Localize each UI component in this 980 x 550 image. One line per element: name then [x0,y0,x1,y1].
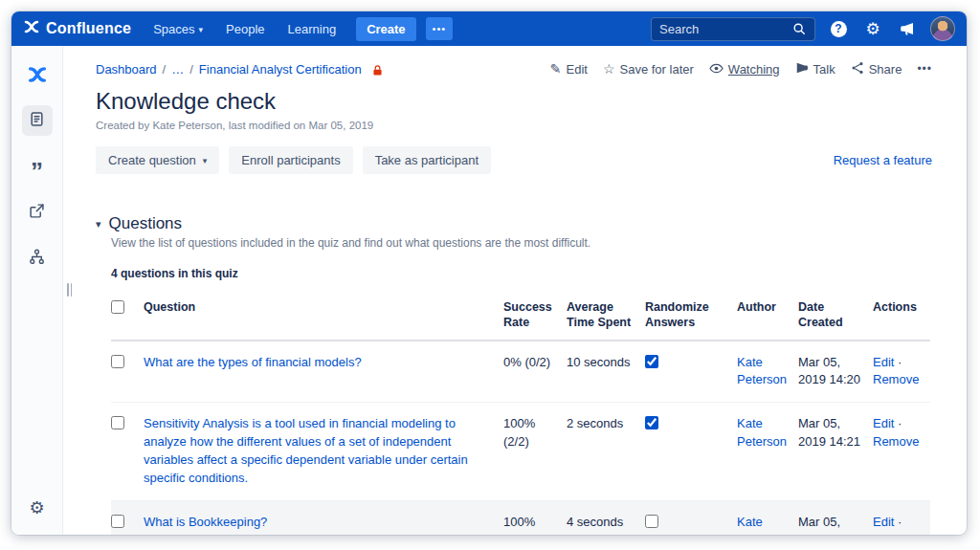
remove-link[interactable]: Remove [873,532,919,535]
remove-link[interactable]: Remove [873,434,919,449]
col-header-question: Question [144,292,503,341]
remove-link[interactable]: Remove [873,372,919,386]
star-icon: ☆ [603,62,615,76]
edit-link[interactable]: Edit [873,416,894,430]
search-icon[interactable] [791,21,807,36]
share-icon [851,61,864,77]
avg-time: 10 seconds [567,341,645,403]
col-header-author: Author [737,292,798,341]
talk-megaphone-icon [795,61,809,77]
search-input[interactable] [659,22,791,36]
actions-separator: · [898,416,902,430]
request-feature-link[interactable]: Request a feature [834,153,932,167]
author-link[interactable]: Kate Peterson [737,515,787,535]
section-description: View the list of questions included in t… [96,236,932,250]
date-created: Mar 05, 2019 14:20 [798,341,873,403]
take-as-participant-button[interactable]: Take as participant [363,146,491,174]
avg-time: 4 seconds [567,500,645,535]
sidebar-item-export[interactable] [22,197,53,228]
nav-learning[interactable]: Learning [279,17,345,41]
breadcrumb-dashboard[interactable]: Dashboard [96,62,157,77]
announcement-megaphone-icon[interactable] [896,17,919,40]
author-link[interactable]: Kate Peterson [737,416,787,449]
pencil-icon: ✎ [550,62,562,76]
date-created: Mar 05, 2019 14:21 [798,500,873,535]
edit-link[interactable]: Edit [873,515,894,529]
space-settings-gear-icon[interactable]: ⚙ [22,493,53,523]
confluence-logo-icon [23,18,40,39]
search-box[interactable] [651,17,815,41]
randomize-checkbox[interactable] [645,355,658,368]
randomize-checkbox[interactable] [645,416,658,429]
share-button[interactable]: Share [851,61,902,77]
chevron-down-icon: ▾ [199,25,204,34]
table-row: Sensitivity Analysis is a tool used in f… [111,403,930,500]
sidebar-item-hierarchy[interactable] [22,243,53,274]
actions-separator: · [898,355,902,369]
questions-table: Question Success Rate Average Time Spent… [111,292,930,535]
edit-page-button[interactable]: ✎ Edit [550,62,588,77]
questions-section-header[interactable]: ▾ Questions [96,214,932,233]
col-header-success-rate: Success Rate [503,292,567,341]
page-more-actions-button[interactable]: ••• [917,62,932,76]
col-header-average-time: Average Time Spent [567,292,645,341]
save-for-later-button[interactable]: ☆ Save for later [603,62,694,77]
question-link[interactable]: What are the types of financial models? [144,355,362,369]
nav-more-button[interactable]: ••• [426,17,454,40]
row-select-checkbox[interactable] [111,416,124,429]
table-header-row: Question Success Rate Average Time Spent… [111,292,930,341]
row-select-checkbox[interactable] [111,515,124,528]
actions-separator: · [898,515,902,529]
tree-icon [29,249,45,269]
user-avatar[interactable] [930,16,955,41]
sidebar-item-pages[interactable] [22,105,53,136]
restrictions-lock-icon[interactable] [371,64,384,77]
create-button[interactable]: Create [356,17,415,41]
export-icon [29,203,45,223]
randomize-checkbox[interactable] [645,515,658,528]
journal-icon [29,111,45,131]
navbar-right: ? ⚙ [651,16,955,41]
questions-section: ▾ Questions View the list of questions i… [96,214,932,535]
top-navbar: Confluence Spaces ▾ People Learning Crea… [11,11,967,46]
create-question-button[interactable]: Create question ▾ [96,146,219,174]
help-icon[interactable]: ? [827,17,850,40]
question-link[interactable]: Sensitivity Analysis is a tool used in f… [144,416,468,485]
main-content: Dashboard / … / Financial Analyst Certif… [63,46,967,535]
settings-gear-icon[interactable]: ⚙ [861,17,884,40]
edit-link[interactable]: Edit [873,355,894,369]
author-link[interactable]: Kate Peterson [737,355,787,387]
nav-people[interactable]: People [217,17,273,41]
breadcrumb: Dashboard / … / Financial Analyst Certif… [96,62,384,77]
page-actions: ✎ Edit ☆ Save for later Watching [550,61,932,77]
sidebar-confluence-logo-icon[interactable] [22,59,53,90]
success-rate: 100% (1/1) [503,500,567,535]
page-title: Knowledge check [96,88,932,115]
date-created: Mar 05, 2019 14:21 [798,403,873,500]
page-byline: Created by Kate Peterson, last modified … [96,120,932,131]
sidebar-item-quotes[interactable]: ” [22,151,53,182]
nav-spaces[interactable]: Spaces ▾ [145,17,212,41]
left-sidebar: ” ⚙ [11,46,63,535]
quiz-toolbar: Create question ▾ Enroll participants Ta… [96,146,932,174]
talk-button[interactable]: Talk [795,61,835,77]
breadcrumb-ellipsis[interactable]: … [171,62,184,77]
question-link[interactable]: What is Bookkeeping? [144,515,267,529]
questions-table-body: What are the types of financial models? … [111,341,930,536]
breadcrumb-space[interactable]: Financial Analyst Certification [199,62,362,77]
chevron-down-icon: ▾ [203,156,208,165]
col-header-date-created: Date Created [798,292,873,341]
app-window: Confluence Spaces ▾ People Learning Crea… [11,11,967,535]
section-collapse-chevron-icon[interactable]: ▾ [96,218,101,231]
select-all-checkbox[interactable] [111,300,124,314]
quote-icon: ” [31,153,43,180]
table-row: What is Bookkeeping? 100% (1/1) 4 second… [111,500,930,535]
enroll-participants-button[interactable]: Enroll participants [229,146,352,174]
confluence-home-link[interactable]: Confluence [23,18,131,39]
watching-button[interactable]: Watching [709,62,780,77]
avg-time: 2 seconds [567,403,645,500]
success-rate: 100% (2/2) [503,403,567,500]
row-select-checkbox[interactable] [111,355,124,368]
section-title: Questions [109,214,183,233]
table-row: What are the types of financial models? … [111,341,930,403]
